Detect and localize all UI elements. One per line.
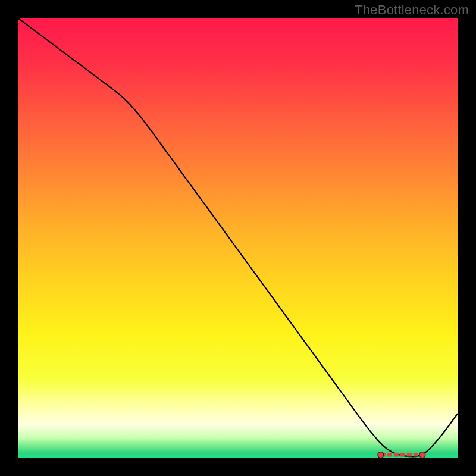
chart-frame: TheBottleneck.com: [0, 0, 476, 476]
optimal-marker-0: [378, 452, 384, 458]
watermark-text: TheBottleneck.com: [355, 2, 469, 18]
plot-area: [18, 18, 458, 458]
optimal-marker-1: [419, 452, 425, 458]
chart-svg: [18, 18, 458, 458]
gradient-background: [18, 18, 458, 458]
